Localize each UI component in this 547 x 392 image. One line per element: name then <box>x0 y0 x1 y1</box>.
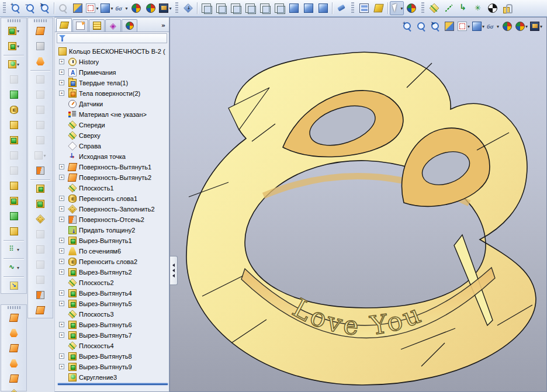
revolved-surface-icon[interactable] <box>1 325 26 341</box>
planar-surface-icon[interactable] <box>28 39 53 54</box>
tree-item-15[interactable]: + Поверхность-Заполнить2 <box>57 204 169 214</box>
expand-toggle[interactable]: + <box>59 301 64 306</box>
back-view-icon[interactable] <box>214 1 228 15</box>
tree-item-12[interactable]: + Поверхность-Вытянуть2 <box>57 172 169 183</box>
tree-item-6[interactable]: Материал <не указан> <box>57 109 169 120</box>
tree-item-22[interactable]: Плоскость2 <box>57 277 169 288</box>
view-settings-icon[interactable]: ▾ <box>529 20 543 33</box>
reference-point-icon[interactable] <box>471 1 485 15</box>
display-style-icon[interactable]: ▾ <box>100 1 114 15</box>
tree-filter-bar[interactable] <box>57 33 167 43</box>
realview-icon[interactable] <box>144 1 158 15</box>
instant3d-icon[interactable] <box>1 278 26 293</box>
expand-toggle[interactable]: + <box>59 175 64 180</box>
reference-plane-icon[interactable] <box>427 1 441 15</box>
tree-item-8[interactable]: Сверху <box>57 130 169 141</box>
dropdown-arrow[interactable]: ▾ <box>525 24 528 29</box>
view-settings-icon[interactable]: ▾ <box>158 1 172 15</box>
bottom-view-icon[interactable] <box>272 1 286 15</box>
tree-item-10[interactable]: Исходная точка <box>57 151 169 162</box>
tree-item-19[interactable]: + По сечениям6 <box>57 246 169 256</box>
tree-item-30[interactable]: + Вырез-Вытянуть9 <box>57 362 169 372</box>
expand-toggle[interactable]: + <box>59 164 64 169</box>
section-view-icon[interactable] <box>443 20 456 33</box>
expand-toggle[interactable]: + <box>59 206 64 211</box>
tab-dimxpertmanager[interactable]: ◈ <box>105 19 121 32</box>
section-view-icon[interactable] <box>71 1 85 15</box>
draft-icon[interactable] <box>1 117 26 133</box>
untrim-surface-icon[interactable] <box>28 303 53 318</box>
tree-item-29[interactable]: + Вырез-Вытянуть8 <box>57 351 169 362</box>
dome-icon[interactable] <box>1 193 26 209</box>
cut-revolve-icon[interactable] <box>28 196 53 211</box>
tree-item-5[interactable]: Датчики <box>57 99 169 109</box>
left-view-icon[interactable] <box>229 1 243 15</box>
tree-item-4[interactable]: + Тела поверхности(2) <box>57 88 169 99</box>
top-view-icon[interactable] <box>258 1 272 15</box>
tree-item-2[interactable]: + Примечания <box>57 67 169 78</box>
tree-item-17[interactable]: Придать толщину2 <box>57 225 169 235</box>
rib-icon[interactable] <box>1 87 26 102</box>
dropdown-arrow[interactable]: ▾ <box>468 24 470 29</box>
tree-item-18[interactable]: + Вырез-Вытянуть1 <box>57 235 169 246</box>
select-cursor-icon[interactable]: ▾ <box>390 1 404 15</box>
dropdown-arrow[interactable]: ▾ <box>125 6 127 11</box>
tab-displaymanager[interactable] <box>122 19 137 32</box>
tab-featuremanager[interactable] <box>56 18 72 32</box>
zoom-in-icon[interactable]: + <box>9 1 23 15</box>
sketch-pattern-icon[interactable]: ▾ <box>1 242 26 257</box>
zoom-to-selection-icon[interactable]: ➤ <box>38 1 52 15</box>
dropdown-arrow[interactable]: ▾ <box>17 62 19 67</box>
zoom-out-icon[interactable]: − <box>23 1 37 15</box>
tree-item-3[interactable]: + Твердые тела(1) <box>57 78 169 88</box>
expand-toggle[interactable]: + <box>59 332 64 338</box>
tree-item-21[interactable]: + Вырез-Вытянуть2 <box>57 267 169 277</box>
cut-sweep-icon[interactable] <box>28 211 53 227</box>
dimetric-view-icon[interactable] <box>316 1 330 15</box>
dropdown-arrow[interactable]: ▾ <box>17 29 19 34</box>
expand-toggle[interactable]: + <box>59 91 64 96</box>
wrap-icon[interactable] <box>1 102 26 117</box>
dropdown-arrow[interactable]: ▾ <box>17 247 19 252</box>
stack-icon[interactable] <box>1 178 26 193</box>
view-orientation-icon[interactable]: ▾ <box>85 1 99 15</box>
view-orientation-icon[interactable]: ▾ <box>457 20 470 33</box>
dropdown-arrow[interactable]: ▾ <box>17 44 19 49</box>
right-view-icon[interactable] <box>243 1 257 15</box>
trimetric-view-icon[interactable] <box>302 1 316 15</box>
reference-axis-icon[interactable] <box>442 1 456 15</box>
mate-reference-icon[interactable] <box>500 1 514 15</box>
tree-item-20[interactable]: + Переносить слова2 <box>57 256 169 267</box>
expand-toggle[interactable]: + <box>59 238 64 243</box>
join-icon[interactable] <box>28 163 53 178</box>
display-style-icon[interactable]: ▾ <box>472 20 485 33</box>
part-document-icon[interactable] <box>372 1 386 15</box>
dropdown-arrow[interactable]: ▾ <box>497 24 499 29</box>
swept-surface-icon[interactable] <box>28 23 53 39</box>
panel-collapse-splitter[interactable] <box>170 256 178 285</box>
extruded-surface-icon[interactable] <box>1 310 26 325</box>
dropdown-arrow[interactable]: ▾ <box>17 265 19 270</box>
zoom-fit-icon[interactable] <box>415 20 428 33</box>
zoom-in-icon[interactable]: + <box>401 20 414 33</box>
tree-item-13[interactable]: Плоскость1 <box>57 183 169 193</box>
expand-toggle[interactable]: + <box>59 290 64 296</box>
extruded-boss-icon[interactable]: ▾ <box>1 23 26 39</box>
tree-item-1[interactable]: + History <box>57 57 169 67</box>
expand-toggle[interactable]: + <box>59 70 64 75</box>
curves-icon[interactable]: ▾ <box>1 260 26 275</box>
filled-surface-icon[interactable] <box>1 386 26 392</box>
cut-with-surface-icon[interactable] <box>28 181 53 196</box>
hide-show-items-icon[interactable]: ▾ <box>486 20 500 33</box>
tree-item-14[interactable]: + Переносить слова1 <box>57 193 169 204</box>
tree-item-9[interactable]: Справа <box>57 141 169 151</box>
expand-toggle[interactable]: + <box>59 364 64 369</box>
appearance-sphere-icon[interactable] <box>501 20 514 33</box>
tree-item-26[interactable]: + Вырез-Вытянуть6 <box>57 320 169 330</box>
lofted-surface-icon[interactable] <box>1 356 26 371</box>
dropdown-arrow[interactable]: ▾ <box>96 6 98 11</box>
tab-propertymanager[interactable] <box>72 19 88 32</box>
dropdown-arrow[interactable]: ▾ <box>482 24 484 29</box>
appearance-sphere-icon[interactable] <box>129 1 143 15</box>
rollback-bar[interactable] <box>58 383 168 385</box>
